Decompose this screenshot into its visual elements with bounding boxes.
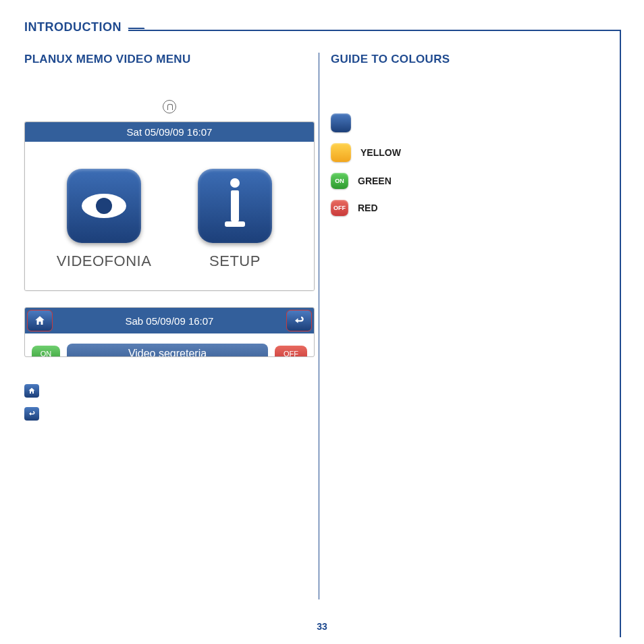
swatch-red-label: RED (358, 203, 378, 213)
back-button[interactable] (287, 311, 311, 331)
right-heading: GUIDE TO COLOURS (331, 53, 608, 66)
column-divider (319, 53, 319, 599)
home-button[interactable] (28, 311, 52, 331)
left-heading: PLANUX MEMO VIDEO MENU (24, 53, 315, 66)
screen2-titlebar: Sab 05/09/09 16:07 (126, 315, 214, 327)
home-icon-legend (24, 384, 39, 398)
app-setup-label: SETUP (178, 252, 292, 270)
app-videofonia-label: VIDEOFONIA (47, 252, 161, 270)
menu-item-label[interactable]: Video segreteria (67, 344, 268, 356)
swatch-blue (331, 113, 351, 132)
info-icon (198, 169, 272, 243)
swatch-green: ON (331, 173, 348, 189)
swatch-row-green: ON GREEN (331, 173, 608, 189)
section-title: INTRODUCTION (24, 20, 128, 34)
swatch-green-label: GREEN (358, 176, 392, 186)
screen1-titlebar: Sat 05/09/09 16:07 (25, 122, 314, 142)
swatch-red: OFF (331, 200, 348, 216)
swatch-yellow (331, 143, 351, 162)
off-badge: OFF (275, 346, 307, 356)
home-icon (34, 315, 46, 327)
legend-home-row (24, 384, 315, 398)
device-mock-1: Sat 05/09/09 16:07 VIDEOFONIA SETUP (24, 100, 315, 421)
app-videofonia[interactable]: VIDEOFONIA (47, 169, 161, 270)
device-mock-2: Sab 05/09/09 16:07 ON Video segreteria O… (24, 307, 315, 357)
return-arrow-icon-legend (24, 407, 39, 421)
on-badge: ON (32, 346, 60, 356)
swatch-yellow-label: YELLOW (360, 147, 401, 158)
swatch-row-yellow: YELLOW (331, 143, 608, 162)
swatch-row-red: OFF RED (331, 200, 608, 216)
swatch-row-blue (331, 113, 608, 132)
eye-icon (67, 169, 141, 243)
legend-back-row (24, 407, 315, 421)
page-number: 33 (0, 621, 644, 632)
return-arrow-icon (293, 315, 305, 327)
app-setup[interactable]: SETUP (178, 169, 292, 270)
device-battery-icon (24, 100, 315, 116)
